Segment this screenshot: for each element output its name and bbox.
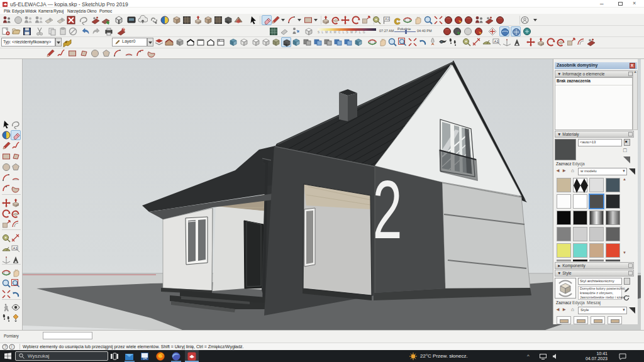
svg-text:A1: A1 bbox=[494, 40, 499, 43]
svg-text:A1: A1 bbox=[13, 246, 18, 250]
svg-text:A1: A1 bbox=[385, 17, 389, 21]
svg-text:04: 04 bbox=[143, 356, 147, 360]
svg-text:2: 2 bbox=[373, 163, 402, 256]
svg-text:i: i bbox=[11, 344, 12, 349]
svg-text:?: ? bbox=[4, 344, 7, 349]
svg-text:?: ? bbox=[123, 28, 125, 31]
